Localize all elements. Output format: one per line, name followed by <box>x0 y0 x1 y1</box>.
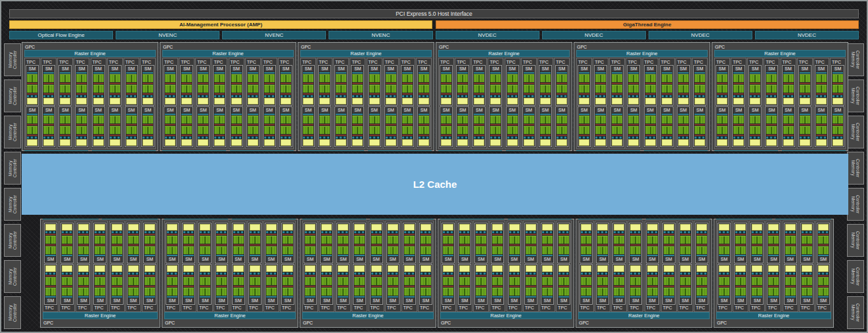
sm-dash-bar <box>281 137 291 139</box>
sm-dash-bar <box>388 273 398 275</box>
gpc-block: GPCRaster EngineTPCSMSMTPCSMSMTPCSMSMTPC… <box>300 219 436 328</box>
sm-block: SM <box>732 106 745 147</box>
sm-block: SM <box>26 65 39 106</box>
sm-green-unit <box>319 126 330 134</box>
sm-yellow-unit <box>612 98 622 104</box>
tpc-label: TPC <box>164 59 177 65</box>
sm-yellow-unit <box>183 224 194 231</box>
sm-label: SM <box>165 66 175 72</box>
gpc-row-top: GPCRaster EngineTPCSMSMTPCSMSMTPCSMSMTPC… <box>22 42 848 151</box>
tpc-label: TPC <box>230 59 243 65</box>
sm-maroon-line <box>43 124 54 125</box>
tpc-label: TPC <box>386 305 400 311</box>
sm-maroon-line <box>165 124 175 125</box>
sm-label: SM <box>802 257 812 262</box>
tpc-column: TPCSMSM <box>471 58 487 149</box>
tpc-column: TPCSMSM <box>107 58 123 149</box>
gpc-strip <box>24 150 88 151</box>
sm-teal-bar <box>167 255 177 256</box>
sm-green-unit <box>800 126 810 134</box>
sm-maroon-line <box>695 135 705 136</box>
sm-maroon-line <box>143 93 153 95</box>
sm-maroon-line <box>678 93 689 95</box>
sm-teal-bar <box>266 255 277 256</box>
sm-label: SM <box>214 66 225 72</box>
tpc-column: TPCSMSM <box>214 221 229 312</box>
sm-green-unit <box>78 236 89 244</box>
sm-block: SM <box>765 106 778 147</box>
sm-teal-bar <box>198 114 208 115</box>
sm-green-unit <box>697 246 707 254</box>
sm-maroon-line <box>492 275 503 277</box>
sm-label: SM <box>216 298 227 303</box>
sm-green-unit <box>198 74 208 82</box>
gpc-block: GPCRaster EngineTPCSMSMTPCSMSMTPCSMSMTPC… <box>22 42 158 151</box>
tpc-column: TPCSMSM <box>385 221 401 312</box>
gpc-strip-row <box>43 219 158 219</box>
sm-green-unit <box>785 236 796 244</box>
sm-dash-bar <box>93 95 104 97</box>
sm-maroon-line <box>818 275 829 277</box>
tpc-column: TPCSMSM <box>124 58 139 149</box>
sm-yellow-unit <box>143 98 153 104</box>
sm-block: SM <box>246 106 260 147</box>
sm-teal-bar <box>110 114 120 115</box>
sm-label: SM <box>338 257 348 262</box>
sm-label: SM <box>319 66 330 72</box>
sm-green-unit <box>735 236 746 244</box>
sm-block: SM <box>831 106 844 147</box>
tpc-row: TPCSMSMTPCSMSMTPCSMSMTPCSMSMTPCSMSMTPCSM… <box>42 221 158 312</box>
tpc-column: TPCSMSM <box>142 221 158 312</box>
sm-maroon-line <box>112 286 122 287</box>
tpc-label: TPC <box>370 305 383 311</box>
sm-dash-bar <box>233 231 244 233</box>
sm-maroon-line <box>352 93 363 95</box>
sm-green-unit <box>43 126 54 134</box>
sm-maroon-line <box>559 275 569 277</box>
sm-maroon-line <box>662 83 672 84</box>
sm-maroon-line <box>664 234 674 235</box>
sm-green-unit <box>321 246 332 254</box>
sm-maroon-line <box>719 234 729 235</box>
sm-green-unit <box>214 126 225 134</box>
sm-teal-bar <box>93 114 104 115</box>
sm-green-unit <box>250 246 260 254</box>
tpc-column: TPCSMSM <box>440 221 456 312</box>
sm-maroon-line <box>735 244 746 246</box>
sm-green-unit <box>766 85 777 93</box>
sm-yellow-unit <box>697 224 707 231</box>
sm-maroon-line <box>678 124 689 125</box>
tpc-column: TPCSMSM <box>473 221 489 312</box>
sm-label: SM <box>110 108 120 113</box>
sm-yellow-unit <box>336 139 346 146</box>
sm-teal-bar <box>768 255 779 256</box>
sm-green-unit <box>664 236 674 244</box>
tpc-column: TPCSMSM <box>333 58 349 149</box>
sm-teal-bar <box>183 296 194 298</box>
tpc-label: TPC <box>44 305 57 311</box>
sm-yellow-unit <box>165 98 175 104</box>
sm-teal-bar <box>595 114 606 115</box>
sm-teal-bar <box>371 255 382 256</box>
sm-label: SM <box>181 108 192 113</box>
sm-block: SM <box>506 106 519 147</box>
sm-green-unit <box>540 74 551 82</box>
sm-yellow-unit <box>338 265 348 272</box>
sm-yellow-unit <box>402 139 413 146</box>
sm-teal-bar <box>354 255 365 256</box>
sm-maroon-line <box>303 83 313 84</box>
sm-teal-bar <box>62 296 72 298</box>
sm-yellow-unit <box>768 224 779 231</box>
sm-block: SM <box>644 106 657 147</box>
sm-yellow-unit <box>579 98 589 104</box>
sm-teal-bar <box>441 114 451 115</box>
sm-dash-bar <box>419 137 429 139</box>
gpc-strip <box>506 150 570 151</box>
sm-maroon-line <box>369 93 380 95</box>
sm-green-unit <box>680 246 691 254</box>
sm-dash-bar <box>419 95 429 97</box>
sm-maroon-line <box>540 83 551 84</box>
sm-maroon-line <box>579 93 589 95</box>
sm-green-unit <box>630 236 641 244</box>
sm-dash-bar <box>145 273 155 275</box>
